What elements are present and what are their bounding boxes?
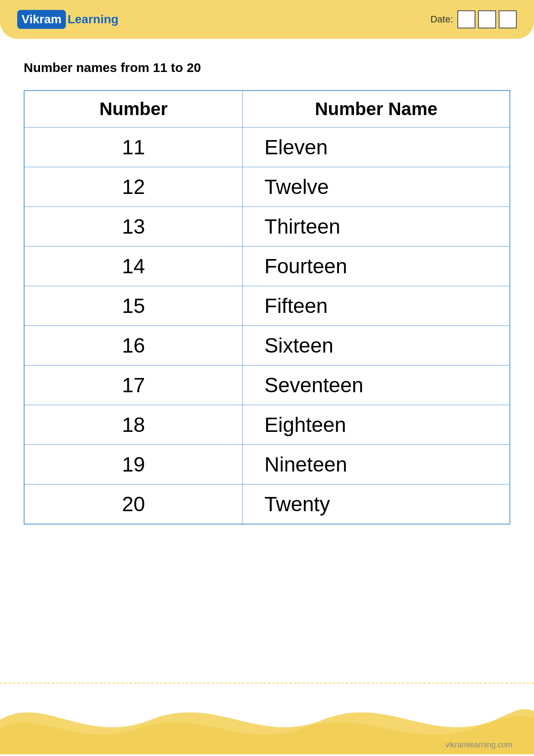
table-row: 16Sixteen <box>24 326 510 366</box>
cell-number-6: 16 <box>24 326 243 366</box>
cell-name-5: Fifteen <box>243 286 510 326</box>
logo-vikram: Vikram <box>22 12 62 26</box>
footer-area: vikramlearning.com <box>0 678 534 756</box>
col-header-name: Number Name <box>243 91 510 128</box>
logo-learning: Learning <box>68 12 118 26</box>
cell-name-9: Nineteen <box>243 445 510 484</box>
table-row: 19Nineteen <box>24 445 510 484</box>
cell-number-3: 13 <box>24 207 243 247</box>
cell-name-7: Seventeen <box>243 366 510 405</box>
cell-name-10: Twenty <box>243 484 510 525</box>
cell-name-3: Thirteen <box>243 207 510 247</box>
cell-name-6: Sixteen <box>243 326 510 366</box>
table-header-row: Number Number Name <box>24 91 510 128</box>
date-section: Date: <box>430 10 517 28</box>
table-row: 11Eleven <box>24 128 510 167</box>
cell-number-9: 19 <box>24 445 243 484</box>
col-header-number: Number <box>24 91 243 128</box>
logo-box: Vikram <box>17 10 66 29</box>
cell-number-1: 11 <box>24 128 243 167</box>
footer-dotted-line <box>0 683 534 684</box>
cell-name-4: Fourteen <box>243 247 510 286</box>
date-label: Date: <box>430 14 453 25</box>
cell-number-7: 17 <box>24 366 243 405</box>
main-content: Number names from 11 to 20 Number Number… <box>0 39 534 537</box>
logo: Vikram Learning <box>17 10 118 29</box>
footer-wave-container: vikramlearning.com <box>0 678 534 756</box>
cell-number-4: 14 <box>24 247 243 286</box>
cell-number-2: 12 <box>24 167 243 207</box>
cell-number-8: 18 <box>24 405 243 445</box>
number-table: Number Number Name 11Eleven12Twelve13Thi… <box>24 90 510 525</box>
footer-brand: vikramlearning.com <box>445 740 512 750</box>
date-box-2[interactable] <box>478 10 496 28</box>
cell-name-1: Eleven <box>243 128 510 167</box>
header-banner: Vikram Learning Date: <box>0 0 534 39</box>
table-row: 17Seventeen <box>24 366 510 405</box>
cell-name-8: Eighteen <box>243 405 510 445</box>
date-box-3[interactable] <box>499 10 517 28</box>
table-row: 15Fifteen <box>24 286 510 326</box>
cell-number-5: 15 <box>24 286 243 326</box>
table-row: 12Twelve <box>24 167 510 207</box>
table-row: 14Fourteen <box>24 247 510 286</box>
table-row: 13Thirteen <box>24 207 510 247</box>
date-boxes <box>457 10 517 28</box>
cell-name-2: Twelve <box>243 167 510 207</box>
cell-number-10: 20 <box>24 484 243 525</box>
date-box-1[interactable] <box>457 10 475 28</box>
table-row: 18Eighteen <box>24 405 510 445</box>
table-row: 20Twenty <box>24 484 510 525</box>
page-title: Number names from 11 to 20 <box>24 60 510 75</box>
